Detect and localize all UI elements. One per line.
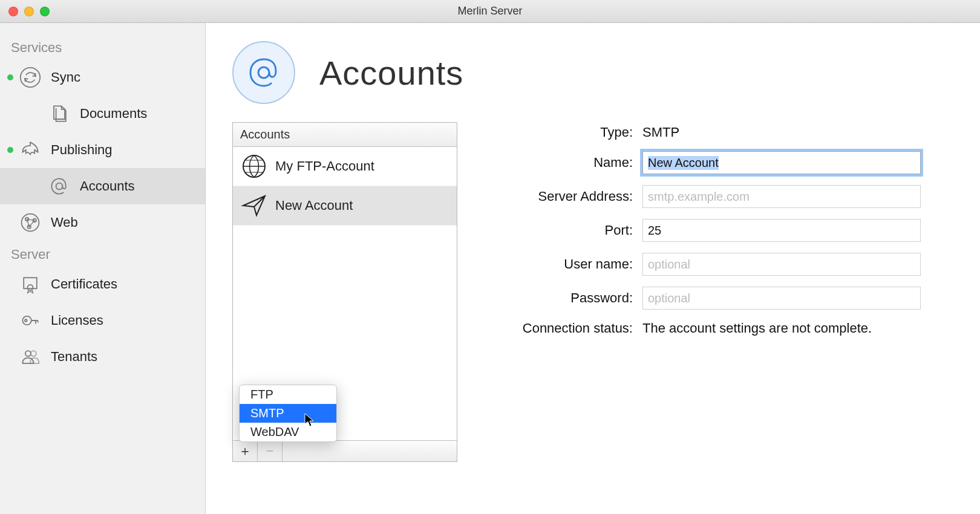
sidebar-item-label: Licenses <box>51 313 103 328</box>
publishing-icon <box>18 138 42 162</box>
sidebar-item-label: Accounts <box>80 178 135 194</box>
account-row-label: New Account <box>275 198 353 213</box>
sidebar: Services Sync Documents Publishing <box>0 23 206 514</box>
main-content: Accounts Accounts My FTP-Account <box>206 23 980 514</box>
minus-icon: − <box>266 443 274 459</box>
menu-item-webdav[interactable]: WebDAV <box>240 423 336 441</box>
page-icon-at <box>232 41 295 104</box>
label-port: Port: <box>494 223 633 238</box>
label-name: Name: <box>494 155 633 171</box>
svg-point-9 <box>25 319 27 322</box>
sidebar-item-accounts[interactable]: Accounts <box>0 168 205 204</box>
name-field[interactable] <box>642 151 921 174</box>
sidebar-item-documents[interactable]: Documents <box>0 96 205 132</box>
server-address-field[interactable] <box>642 185 921 208</box>
tenants-icon <box>18 345 42 369</box>
sidebar-item-label: Documents <box>80 106 147 122</box>
page-title: Accounts <box>319 53 463 93</box>
remove-account-button[interactable]: − <box>258 441 283 461</box>
documents-icon <box>47 102 71 126</box>
svg-point-7 <box>28 285 33 290</box>
at-icon <box>47 174 71 198</box>
sidebar-item-sync[interactable]: Sync <box>0 59 205 96</box>
sidebar-group-services: Services <box>0 34 205 59</box>
sidebar-item-tenants[interactable]: Tenants <box>0 339 205 375</box>
sidebar-item-label: Tenants <box>51 349 97 365</box>
add-account-menu: FTP SMTP WebDAV <box>239 385 337 442</box>
plus-icon: ＋ <box>238 442 252 460</box>
port-field[interactable] <box>642 219 921 242</box>
menu-item-smtp[interactable]: SMTP <box>240 404 336 423</box>
svg-point-1 <box>56 183 63 190</box>
account-row-new[interactable]: New Account <box>233 186 457 226</box>
svg-point-0 <box>21 68 40 87</box>
status-dot <box>7 147 13 153</box>
menu-item-ftp[interactable]: FTP <box>240 385 336 404</box>
label-password: Password: <box>494 290 633 306</box>
sidebar-item-certificates[interactable]: Certificates <box>0 266 205 302</box>
paperplane-icon <box>239 190 269 221</box>
sidebar-item-web[interactable]: Web <box>0 204 205 241</box>
window-title: Merlin Server <box>0 5 980 18</box>
globe-icon <box>239 151 269 181</box>
label-user: User name: <box>494 256 633 272</box>
svg-rect-6 <box>24 278 37 288</box>
sidebar-item-label: Web <box>51 215 78 230</box>
sidebar-item-label: Certificates <box>51 276 117 292</box>
label-server-address: Server Address: <box>494 189 633 204</box>
add-account-button[interactable]: ＋ <box>233 441 258 461</box>
account-form: Type: SMTP Name: Server Address: Port: U… <box>494 122 953 347</box>
sidebar-item-publishing[interactable]: Publishing <box>0 132 205 168</box>
username-field[interactable] <box>642 253 921 276</box>
svg-point-11 <box>31 351 36 356</box>
label-type: Type: <box>494 125 633 140</box>
sidebar-item-licenses[interactable]: Licenses <box>0 302 205 339</box>
accounts-panel-header: Accounts <box>233 123 457 147</box>
label-connection-status: Connection status: <box>494 320 633 336</box>
sidebar-group-server: Server <box>0 241 205 266</box>
value-connection-status: The account settings are not complete. <box>642 320 953 336</box>
key-icon <box>18 308 42 333</box>
sync-icon <box>18 65 42 89</box>
svg-point-10 <box>25 351 31 356</box>
status-dot <box>7 74 13 80</box>
svg-point-12 <box>258 67 269 78</box>
sidebar-item-label: Publishing <box>51 142 113 158</box>
certificate-icon <box>18 272 42 296</box>
account-row-ftp[interactable]: My FTP-Account <box>233 147 457 186</box>
sidebar-item-label: Sync <box>51 70 80 85</box>
cursor-icon <box>304 413 315 428</box>
account-row-label: My FTP-Account <box>275 158 374 174</box>
titlebar: Merlin Server <box>0 0 980 23</box>
value-type: SMTP <box>642 125 953 140</box>
accounts-panel: Accounts My FTP-Account New Account <box>232 122 457 462</box>
password-field[interactable] <box>642 287 921 310</box>
web-icon <box>18 210 42 235</box>
